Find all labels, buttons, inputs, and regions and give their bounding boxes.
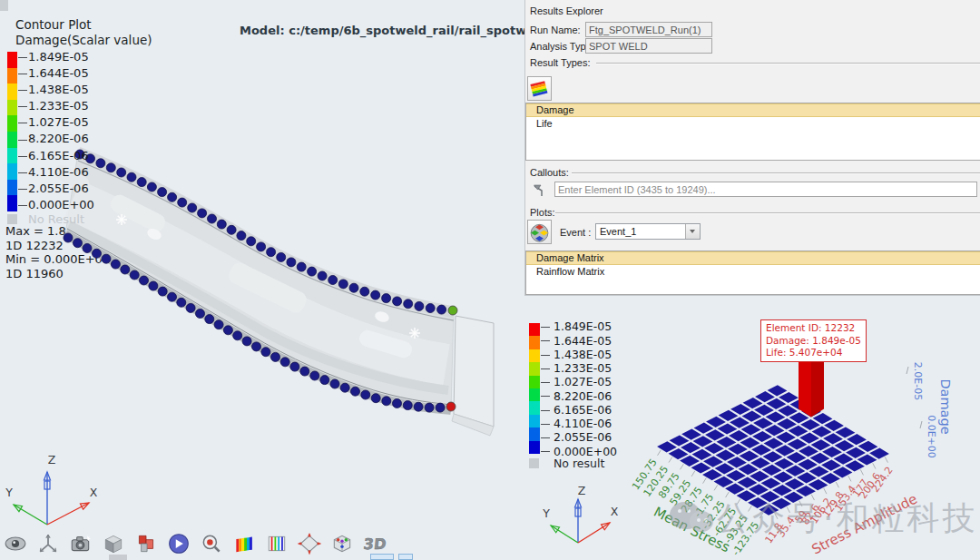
spotweld-dot[interactable]: [158, 188, 167, 197]
triad-axes-button[interactable]: [36, 532, 60, 555]
spotweld-dot[interactable]: [308, 267, 317, 276]
spotweld-dot[interactable]: [233, 331, 242, 340]
spotweld-dot[interactable]: [349, 283, 358, 292]
iso-value-plot-button[interactable]: [265, 532, 289, 555]
spotweld-dot[interactable]: [271, 352, 280, 361]
spotweld-dot[interactable]: [360, 287, 369, 296]
spotweld-dot[interactable]: [64, 233, 73, 242]
spotweld-dot[interactable]: [196, 309, 205, 319]
spotweld-dot[interactable]: [340, 383, 349, 392]
spotweld-dot[interactable]: [186, 303, 195, 312]
spotweld-dot[interactable]: [208, 214, 217, 223]
spotweld-dot[interactable]: [178, 198, 187, 207]
exploded-view-button[interactable]: [330, 532, 354, 555]
spotweld-dot[interactable]: [382, 397, 391, 406]
spotweld-dot[interactable]: [267, 248, 276, 257]
spotweld-dot[interactable]: [425, 403, 434, 412]
spotweld-dot[interactable]: [177, 298, 186, 307]
spotweld-dot[interactable]: [426, 304, 435, 313]
spotweld-dot[interactable]: [414, 402, 423, 411]
contour-result-button[interactable]: [527, 76, 552, 101]
callout-probe-icon[interactable]: [532, 182, 550, 201]
spotweld-dot[interactable]: [415, 301, 424, 310]
view-controls-eye-button[interactable]: [4, 532, 27, 555]
event-dropdown[interactable]: Event_1: [595, 223, 701, 240]
spotweld-dot[interactable]: [252, 342, 261, 351]
plot-button[interactable]: [527, 220, 552, 244]
spotweld-dot[interactable]: [448, 306, 457, 315]
analysis-type-input[interactable]: [585, 38, 712, 54]
spotweld-dot[interactable]: [393, 399, 402, 408]
spotweld-dot[interactable]: [102, 254, 111, 263]
list-item[interactable]: Damage: [526, 103, 980, 117]
spotweld-dot[interactable]: [300, 367, 309, 376]
spotweld-dot[interactable]: [290, 362, 299, 371]
rail-model[interactable]: [0, 118, 524, 445]
spotweld-dot[interactable]: [214, 320, 223, 329]
spotweld-dot[interactable]: [437, 305, 446, 314]
3d-logo-button[interactable]: 3D: [363, 532, 387, 555]
spotweld-dot[interactable]: [338, 280, 348, 289]
spotweld-dot[interactable]: [188, 203, 197, 212]
spotweld-dot[interactable]: [86, 154, 95, 163]
spotweld-dot[interactable]: [158, 287, 167, 296]
spotweld-dot[interactable]: [361, 390, 370, 399]
spotweld-dot[interactable]: [74, 239, 83, 248]
spotweld-dot[interactable]: [83, 244, 92, 253]
spotweld-dot[interactable]: [436, 403, 445, 412]
spotweld-dot[interactable]: [261, 348, 270, 357]
spotweld-dot[interactable]: [111, 260, 120, 269]
spotweld-dot[interactable]: [205, 315, 214, 324]
spotweld-dot[interactable]: [330, 379, 339, 388]
spotweld-dot[interactable]: [320, 376, 329, 385]
contour-plot-button[interactable]: [232, 532, 256, 555]
spotweld-dot[interactable]: [117, 168, 126, 177]
spotweld-dot[interactable]: [106, 163, 115, 172]
element-id-input[interactable]: [554, 182, 977, 197]
spotweld-dot[interactable]: [280, 358, 289, 367]
spotweld-dot[interactable]: [127, 172, 136, 182]
spotweld-dot[interactable]: [404, 300, 413, 309]
spotweld-dot[interactable]: [403, 401, 412, 410]
spotweld-dot[interactable]: [371, 290, 380, 300]
spotweld-dot[interactable]: [328, 276, 338, 285]
spotweld-dot[interactable]: [393, 297, 402, 306]
spotweld-dot[interactable]: [287, 258, 296, 267]
spotweld-dot[interactable]: [93, 249, 102, 258]
spotweld-dot[interactable]: [121, 265, 130, 274]
spotweld-dot[interactable]: [147, 182, 156, 192]
spotweld-dot[interactable]: [371, 394, 380, 403]
shaded-cube-button[interactable]: [102, 532, 125, 555]
play-animation-button[interactable]: [167, 532, 191, 555]
spotweld-dot[interactable]: [140, 276, 149, 285]
screen-capture-camera-button[interactable]: [69, 532, 93, 555]
list-item[interactable]: Life: [526, 117, 980, 131]
spotweld-dot[interactable]: [223, 326, 232, 335]
spotweld-dot[interactable]: [257, 242, 266, 251]
spotweld-dot[interactable]: [351, 387, 360, 396]
spotweld-dot[interactable]: [227, 225, 236, 234]
element-callout[interactable]: Element ID: 12232 Damage: 1.849e-05 Life…: [760, 319, 867, 362]
spotweld-dot[interactable]: [446, 402, 456, 411]
spotweld-dot[interactable]: [277, 252, 286, 261]
spotweld-dot[interactable]: [318, 271, 327, 280]
spotweld-dot[interactable]: [310, 371, 319, 380]
spotweld-dot[interactable]: [137, 178, 146, 187]
deformed-shape-button[interactable]: [298, 532, 321, 555]
spotweld-dot[interactable]: [75, 150, 84, 159]
spotweld-dot[interactable]: [96, 159, 105, 168]
spotweld-dot[interactable]: [217, 220, 226, 229]
run-name-input[interactable]: [585, 22, 712, 37]
spotweld-dot[interactable]: [168, 292, 177, 301]
spotweld-dot[interactable]: [237, 231, 246, 241]
spotweld-dot[interactable]: [297, 262, 306, 271]
spotweld-dot[interactable]: [382, 294, 391, 303]
section-cut-button[interactable]: [134, 532, 158, 555]
spotweld-dot[interactable]: [168, 192, 177, 201]
spotweld-dot[interactable]: [247, 237, 256, 246]
spotweld-dot[interactable]: [198, 209, 207, 218]
spotweld-dot[interactable]: [130, 270, 139, 280]
zoom-select-button[interactable]: [200, 532, 223, 555]
list-item[interactable]: Damage Matrix: [526, 251, 980, 265]
spotweld-dot[interactable]: [149, 281, 158, 290]
